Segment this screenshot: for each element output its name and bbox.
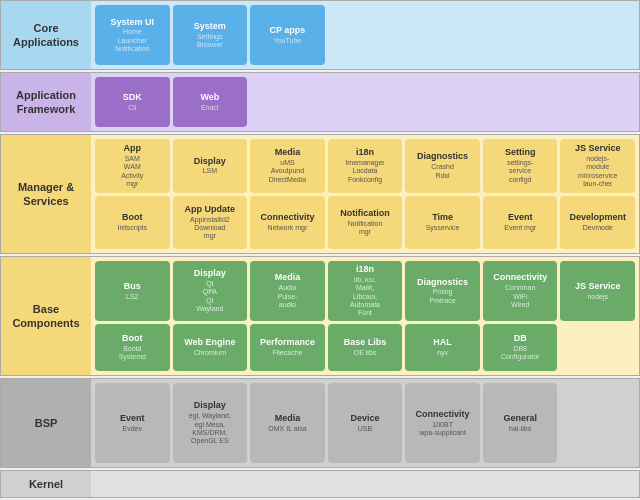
empty-cell-appfw-0-4 <box>405 77 480 127</box>
card-base-Media: MediaAudio Pulse- audio <box>250 261 325 321</box>
layer-label-manager: Manager & Services <box>1 135 91 253</box>
card-manager-Event: EventEvent mgr <box>483 196 558 250</box>
card-sub: OE libs <box>354 349 377 357</box>
card-manager-Development: DevelopmentDevmode <box>560 196 635 250</box>
card-title: Bus <box>124 281 141 292</box>
card-base-JSService: JS Servicenodejs <box>560 261 635 321</box>
card-title: Connectivity <box>260 212 314 223</box>
empty-cell-core-0-4 <box>405 5 480 65</box>
layer-content-appfw: SDKCliWebEnact <box>91 73 639 131</box>
architecture-diagram: Core ApplicationsSystem UIHome Launcher … <box>0 0 640 500</box>
card-manager-Display: DisplayLSM <box>173 139 248 193</box>
layer-bsp: BSPEventEvdevDisplayegl, Wayland, egl Me… <box>0 378 640 468</box>
card-sub: Bootd Systemd <box>119 345 146 362</box>
card-sub: LS2 <box>126 293 138 301</box>
card-title: Device <box>351 413 380 424</box>
card-base-Performance: PerformanceFilecache <box>250 324 325 371</box>
card-manager-Connectivity: ConnectivityNetwork mgr <box>250 196 325 250</box>
card-manager-Diagnostics: DiagnosticsCrashd Rdxl <box>405 139 480 193</box>
card-manager-Boot: BootInitscripts <box>95 196 170 250</box>
card-title: Display <box>194 156 226 167</box>
card-sub: Qt QPA Qt Wayland <box>196 280 223 314</box>
card-sub: LSM <box>203 167 217 175</box>
card-title: JS Service <box>575 281 621 292</box>
card-title: i18n <box>356 264 374 275</box>
card-title: Performance <box>260 337 315 348</box>
layer-label-kernel: Kernel <box>1 471 91 497</box>
card-title: Setting <box>505 147 536 158</box>
card-manager-Media: MediauMS Avoutpund DirectMedia <box>250 139 325 193</box>
card-bsp-Connectivity: Connectivity100BT wpa-supplicant <box>405 383 480 463</box>
card-sub: uMS Avoutpund DirectMedia <box>269 159 306 184</box>
row-base-1: BootBootd SystemdWeb EngineChromiumPerfo… <box>95 324 635 371</box>
card-title: Development <box>570 212 627 223</box>
layer-manager: Manager & ServicesAppSAM WAM Activity mg… <box>0 134 640 254</box>
card-title: Display <box>194 268 226 279</box>
card-title: Media <box>275 147 301 158</box>
empty-cell-core-0-3 <box>328 5 403 65</box>
card-title: JS Service <box>575 143 621 154</box>
layer-label-bsp: BSP <box>1 379 91 467</box>
card-title: CP apps <box>270 25 306 36</box>
card-sub: nyx <box>437 349 448 357</box>
card-sub: egl, Wayland, egl Mesa, KMS/DRM, OpenGL … <box>189 412 231 446</box>
card-bsp-Event: EventEvdev <box>95 383 170 463</box>
layer-core: Core ApplicationsSystem UIHome Launcher … <box>0 0 640 70</box>
row-core-0: System UIHome Launcher NotificationSyste… <box>95 5 635 65</box>
empty-cell-appfw-0-5 <box>483 77 558 127</box>
card-title: System UI <box>111 17 155 28</box>
card-sub: Event mgr <box>504 224 536 232</box>
card-sub: Appinstallld2 Download mgr <box>190 216 230 241</box>
card-base-Display: DisplayQt QPA Qt Wayland <box>173 261 248 321</box>
card-title: App Update <box>185 204 236 215</box>
card-title: HAL <box>433 337 452 348</box>
empty-cell-core-0-5 <box>483 5 558 65</box>
card-title: DB <box>514 333 527 344</box>
card-sub: Evdev <box>123 425 142 433</box>
card-title: Diagnostics <box>417 277 468 288</box>
card-base-Bus: BusLS2 <box>95 261 170 321</box>
empty-cell-appfw-0-2 <box>250 77 325 127</box>
card-base-DB: DBDB8 Configurator <box>483 324 558 371</box>
card-sub: Home Launcher Notification <box>115 28 150 53</box>
row-appfw-0: SDKCliWebEnact <box>95 77 635 127</box>
card-base-Boot: BootBootd Systemd <box>95 324 170 371</box>
card-sub: nodejs <box>587 293 608 301</box>
card-title: App <box>124 143 142 154</box>
card-base-WebEngine: Web EngineChromium <box>173 324 248 371</box>
card-title: SDK <box>123 92 142 103</box>
card-sub: Pmlog Pmtrace <box>430 288 456 305</box>
card-manager-Setting: Settingsettings- service configd <box>483 139 558 193</box>
layer-label-base: Base Components <box>1 257 91 375</box>
card-base-HAL: HALnyx <box>405 324 480 371</box>
card-bsp-General: Generalhal-libs <box>483 383 558 463</box>
card-manager-i18n: i18nImemanager Locdata Fonkconfig <box>328 139 403 193</box>
card-sub: hal-libs <box>509 425 531 433</box>
card-title: Boot <box>122 212 143 223</box>
card-sub: nodejs- module microservice laun-cher <box>578 155 617 189</box>
empty-cell-appfw-0-6 <box>560 77 635 127</box>
empty-cell-core-0-6 <box>560 5 635 65</box>
card-bsp-Media: MediaOMX IL alsa <box>250 383 325 463</box>
card-title: Notification <box>340 208 390 219</box>
layer-appfw: Application FrameworkSDKCliWebEnact <box>0 72 640 132</box>
card-bsp-Display: Displayegl, Wayland, egl Mesa, KMS/DRM, … <box>173 383 248 463</box>
card-title: Event <box>508 212 533 223</box>
card-title: General <box>503 413 537 424</box>
card-sub: Enact <box>201 104 219 112</box>
card-sub: Crashd Rdxl <box>431 163 454 180</box>
card-manager-Notification: NotificationNotification mgr <box>328 196 403 250</box>
card-core-CPapps: CP appsYouTube <box>250 5 325 65</box>
card-title: i18n <box>356 147 374 158</box>
card-bsp-Device: DeviceUSB <box>328 383 403 463</box>
card-sub: Cli <box>128 104 136 112</box>
row-bsp-0: EventEvdevDisplayegl, Wayland, egl Mesa,… <box>95 383 635 463</box>
card-title: Diagnostics <box>417 151 468 162</box>
card-appfw-SDK: SDKCli <box>95 77 170 127</box>
card-sub: USB <box>358 425 372 433</box>
card-title: Event <box>120 413 145 424</box>
card-base-Connectivity: ConnectivityConnman WiFi Wired <box>483 261 558 321</box>
empty-cell-bsp-0-6 <box>560 383 635 463</box>
layer-content-bsp: EventEvdevDisplayegl, Wayland, egl Mesa,… <box>91 379 639 467</box>
row-base-0: BusLS2DisplayQt QPA Qt WaylandMediaAudio… <box>95 261 635 321</box>
